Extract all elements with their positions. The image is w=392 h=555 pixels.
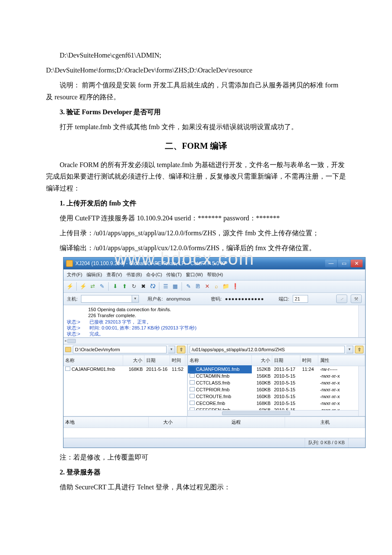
port-input[interactable]: 21 — [293, 295, 308, 303]
menu-help[interactable]: 帮助(H) — [207, 271, 223, 279]
file-icon — [190, 394, 195, 398]
list-item[interactable]: CCTADMIN.fmb156KB2010-5-15-rwxr-xr-x — [188, 373, 365, 380]
pass-value: ●●●●●●●●●●●● — [225, 295, 264, 303]
log-scrollbar[interactable] — [358, 305, 365, 337]
heading-verify: 3. 验证 Forms Developer 是否可用 — [46, 106, 346, 118]
log-line: 226 Transfer complete. — [88, 312, 362, 318]
user-label: 用户名: — [147, 295, 163, 303]
file-icon — [65, 367, 70, 371]
delete-icon[interactable]: ✕ — [203, 283, 211, 290]
minimize-button[interactable]: — — [325, 260, 337, 267]
refresh-icon[interactable]: 🗘 — [149, 283, 156, 290]
para-compile-intro: Oracle FORM 的所有开发必须以 template.fmb 为基础进行开… — [46, 159, 346, 194]
up-folder-button[interactable]: ⇧ — [355, 346, 363, 353]
col-date[interactable]: 日期 — [272, 355, 300, 366]
lightning-icon[interactable]: ⚡ — [79, 283, 87, 290]
download-icon[interactable]: ⬇ — [111, 283, 119, 290]
detail-view-icon[interactable]: ▦ — [171, 283, 179, 290]
col-name[interactable]: 名称 — [188, 355, 252, 366]
menu-commands[interactable]: 命令(C) — [146, 271, 162, 279]
para-securecrt: 借助 SecureCRT 工具进行 Telnet 登录，具体过程见图示： — [46, 481, 346, 493]
list-item[interactable]: CCTCLASS.fmb160KB2010-5-15-rwxr-xr-x — [188, 380, 365, 387]
stop-icon[interactable]: ✖ — [139, 283, 147, 290]
status-text: 完成。 — [89, 331, 104, 336]
menu-bar: 文件(F) 编辑(E) 查看(V) 书签(B) 命令(C) 传输(T) 窗口(W… — [63, 269, 365, 280]
app-icon — [66, 260, 73, 267]
remote-file-list[interactable]: CAJANFORM01.fmb152KB2011-5-1711:24-rw-r-… — [188, 366, 365, 416]
view-icon[interactable]: 🖹 — [194, 283, 202, 290]
menu-file[interactable]: 文件(F) — [67, 271, 82, 279]
menu-window[interactable]: 窗口(W) — [186, 271, 203, 279]
dropdown-icon[interactable]: ▾ — [168, 346, 175, 353]
col-size[interactable]: 大小 — [123, 355, 144, 366]
find-icon[interactable]: ⌕ — [213, 283, 220, 290]
log-hscroll[interactable]: ◂ — [63, 338, 365, 344]
file-icon — [190, 373, 195, 378]
port-label: 端口: — [279, 295, 289, 303]
remote-hscroll[interactable] — [188, 410, 358, 416]
list-item[interactable]: CAJANFORM01.fmb 168KB 2011-5-16 11:52 — [63, 366, 187, 373]
list-item[interactable]: CAJANFORM01.fmb152KB2011-5-1711:24-rw-r-… — [188, 366, 365, 373]
wand-icon[interactable]: ⟋ — [336, 295, 347, 303]
list-item[interactable]: CCTROUTE.fmb160KB2010-5-15-rwxr-xr-x — [188, 393, 365, 400]
local-path-input[interactable]: D:\OracleDev\myform — [73, 346, 167, 353]
status-bar: 队列: 0 KB / 0 KB — [63, 438, 365, 448]
menu-edit[interactable]: 编辑(E) — [86, 271, 102, 279]
status-text: 时间: 0:00:01, 效率: 285.17 KB/秒 (292013 字节/… — [89, 325, 196, 330]
alert-icon[interactable]: ❗ — [231, 283, 239, 290]
local-file-list[interactable]: CAJANFORM01.fmb 168KB 2011-5-16 11:52 — [63, 366, 187, 416]
para-note: 注：若是修改，上传覆盖即可 — [46, 451, 346, 463]
menu-view[interactable]: 查看(V) — [107, 271, 122, 279]
menu-transfer[interactable]: 传输(T) — [166, 271, 182, 279]
toolbar: ⚡ ⚡ ⇄ ✎ ⬇ ⬆ ↻ ✖ 🗘 ☰ ▦ ✎ 🖹 ✕ ⌕ 📁 ❗ — [63, 280, 365, 293]
status-label: 状态:> — [67, 319, 80, 324]
list-item[interactable]: CCTPRIOR.fmb160KB2010-5-15-rwxr-xr-x — [188, 387, 365, 393]
menu-bookmarks[interactable]: 书签(B) — [126, 271, 142, 279]
edit-icon[interactable]: ✎ — [184, 283, 192, 290]
list-item[interactable]: CECORE.fmb168KB2010-5-15-rwxr-xr-x — [188, 400, 365, 407]
connection-bar: 主机: ▾ 用户名: anonymous 密码: ●●●●●●●●●●●● 端口… — [63, 293, 365, 305]
para-explain: 说明： 前两个值段是安装 form 开发工具后就生成的，只需添加自己从服务器拷贝… — [46, 79, 346, 102]
col-size[interactable]: 大小 — [252, 355, 272, 366]
xfer-col-size[interactable]: 大小 — [149, 417, 187, 428]
host-combobox[interactable]: ▾ — [81, 295, 139, 303]
list-view-icon[interactable]: ☰ — [162, 283, 170, 290]
queue-status: 队列: 0 KB / 0 KB — [305, 438, 348, 448]
para-cuteftp: 使用 CuteFTP 连接服务器 10.100.9.204 userid：***… — [46, 212, 346, 224]
up-folder-button[interactable]: ⇧ — [177, 346, 185, 353]
col-time[interactable]: 时间 — [300, 355, 318, 366]
connect-icon[interactable]: ⚡ — [66, 283, 74, 290]
dropdown-icon[interactable]: ▾ — [346, 346, 353, 353]
file-icon — [190, 367, 195, 371]
para-verify: 打开 template.fmb 文件或其他 fmb 文件，如果没有提示错误就说明… — [46, 121, 346, 133]
transfer-queue[interactable] — [63, 428, 365, 438]
path-line2: D:\DevSuiteHome\forms;D:\OracleDev\forms… — [46, 64, 346, 76]
pass-label: 密码: — [211, 295, 222, 303]
para-output-dir: 编译输出：/u01/apps/apps_st/appl/cux/12.0.0/f… — [46, 242, 346, 254]
col-date[interactable]: 日期 — [144, 355, 170, 366]
col-name[interactable]: 名称 — [63, 355, 123, 366]
close-button[interactable]: ✕ — [351, 260, 363, 267]
col-attr[interactable]: 属性 — [318, 355, 365, 366]
log-line: 150 Opening data connection for /bin/ls. — [88, 306, 362, 312]
status-label: 状态:> — [67, 325, 80, 330]
xfer-col-local[interactable]: 本地 — [63, 417, 149, 428]
xfer-col-host[interactable]: 主机 — [285, 417, 365, 428]
upload-icon[interactable]: ⬆ — [121, 283, 128, 290]
remote-path-input[interactable]: /u01/apps/apps_st/appl/au/12.0.0/forms/Z… — [190, 346, 345, 353]
xfer-col-remote[interactable]: 远程 — [187, 417, 285, 428]
log-pane: 150 Opening data connection for /bin/ls.… — [63, 305, 365, 338]
quick-connect-icon[interactable]: ⇄ — [89, 283, 96, 290]
col-time[interactable]: 时间 — [170, 355, 185, 366]
remote-vscroll[interactable] — [358, 366, 365, 416]
hammer-icon[interactable]: ⚒ — [351, 295, 362, 303]
maximize-button[interactable]: ▭ — [338, 260, 350, 267]
site-manager-icon[interactable]: ✎ — [98, 283, 106, 290]
reconnect-icon[interactable]: ↻ — [130, 283, 138, 290]
path-line1: D:\DevSuiteHome\cgenf61\ADMIN; — [46, 49, 346, 61]
heading-upload-fmb: 1. 上传开发后的 fmb 文件 — [46, 197, 346, 209]
folder-icon[interactable]: 📁 — [222, 283, 230, 290]
window-titlebar[interactable]: XJ204 (10.100.9.204) - GlobalSCAPE Texas… — [63, 257, 365, 269]
heading-login-server: 2. 登录服务器 — [46, 466, 346, 478]
host-label: 主机: — [67, 295, 78, 303]
